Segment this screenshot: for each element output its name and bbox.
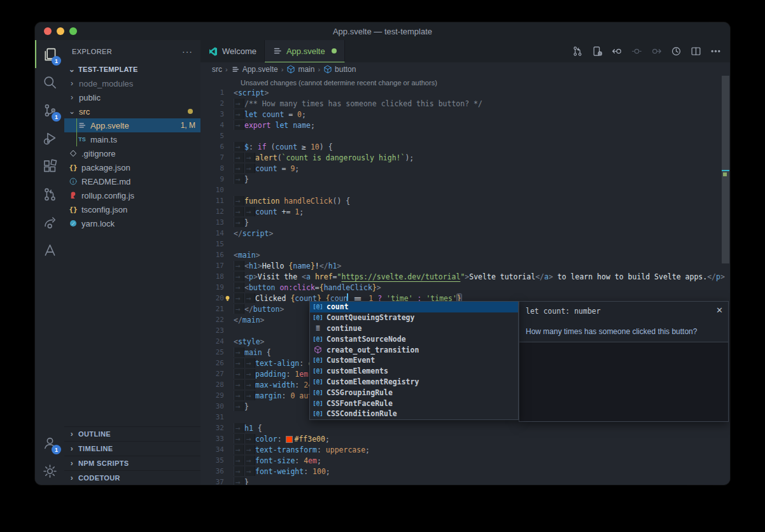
code-line-content[interactable]	[234, 186, 238, 195]
file-tree-item-tsconfig.json[interactable]: {}tsconfig.json	[64, 202, 200, 216]
suggest-item-CountQueuingStrategy[interactable]: [@]CountQueuingStrategy	[310, 312, 518, 323]
sidebar-section-outline[interactable]: ›OUTLINE	[64, 426, 200, 441]
code-line-content[interactable]: →<p>Visit the <a href="https://svelte.de…	[234, 272, 725, 281]
close-window-button[interactable]	[44, 27, 52, 35]
code-line-content[interactable]: →→color: #ff3e00;	[234, 434, 330, 444]
code-line-content[interactable]	[234, 240, 238, 249]
split-editor-button[interactable]	[689, 45, 703, 59]
code-line-content[interactable]: →export let name;	[234, 120, 315, 130]
scrollbar-slider[interactable]	[722, 76, 729, 263]
more-actions-button[interactable]	[708, 45, 722, 59]
file-tree-item-yarn.lock[interactable]: yarn.lock	[64, 216, 200, 230]
source-control-graph-button[interactable]	[570, 45, 584, 59]
explorer-more-actions[interactable]: ···	[182, 46, 193, 57]
breadcrumb-item-App.svelte[interactable]: App.svelte	[231, 65, 278, 74]
breadcrumb-item-button[interactable]: button	[323, 65, 356, 74]
code-line-content[interactable]: →let count = 0;	[234, 109, 306, 119]
activity-item-accounts[interactable]: 1	[35, 429, 64, 457]
suggest-item-count[interactable]: [@]count	[310, 302, 518, 312]
file-tree-item-main.ts[interactable]: TSmain.ts	[64, 132, 200, 146]
next-change-button[interactable]	[649, 45, 663, 59]
code-line-content[interactable]: </script>	[234, 229, 273, 238]
code-line-content[interactable]: <script>	[234, 88, 269, 97]
suggest-item-CustomElementRegistry[interactable]: [@]CustomElementRegistry	[310, 377, 518, 388]
code-line-content[interactable]: →</button>	[234, 304, 284, 314]
code-line-content[interactable]: <style>	[234, 337, 265, 346]
suggest-item-create_out_transition[interactable]: create_out_transition	[310, 344, 518, 355]
suggest-item-customElements[interactable]: [@]customElements	[310, 366, 518, 377]
code-line-content[interactable]: →h1 {	[234, 423, 262, 433]
activity-item-live-share[interactable]	[35, 208, 64, 236]
activity-item-manage[interactable]	[35, 457, 64, 485]
file-history-button[interactable]	[669, 45, 683, 59]
sidebar-section-npm-scripts[interactable]: ›NPM SCRIPTS	[64, 456, 200, 470]
file-tree-item-node_modules[interactable]: ›node_modules	[64, 76, 200, 90]
activity-item-explorer[interactable]: 1	[35, 40, 64, 68]
activity-item-azure[interactable]	[35, 236, 64, 264]
suggest-item-CustomEvent[interactable]: [@]CustomEvent	[310, 355, 518, 366]
code-line-content[interactable]: <main>	[234, 251, 260, 260]
activity-bar: 111	[35, 40, 64, 485]
close-icon[interactable]: ✕	[716, 305, 723, 315]
code-line-content[interactable]: →<button on:click={handleClick}>	[234, 283, 381, 292]
activity-item-github-pull-requests[interactable]	[35, 180, 64, 208]
suggest-item-CSSConditionRule[interactable]: [@]CSSConditionRule	[310, 409, 518, 419]
breadcrumb-item-src[interactable]: src	[212, 65, 222, 74]
breadcrumb-item-main[interactable]: main	[286, 65, 314, 74]
suggest-item-CSSGroupingRule[interactable]: [@]CSSGroupingRule	[310, 387, 518, 398]
code-line-content[interactable]: →function handleClick() {	[234, 196, 350, 206]
code-line-content[interactable]: →}	[234, 218, 249, 227]
file-icon-git	[68, 149, 78, 158]
file-tree-item-App.svelte[interactable]: App.svelte1, M	[64, 118, 200, 132]
code-line-content[interactable]	[234, 413, 238, 422]
code-line-content[interactable]: →→margin: 0 auto;	[234, 391, 321, 400]
code-line-content[interactable]: →}	[234, 174, 249, 184]
code-line-content[interactable]: →→font-weight: 100;	[234, 466, 330, 476]
code-line-content[interactable]: →}	[234, 402, 249, 411]
code-line-content[interactable]: →→count += 1;	[234, 207, 304, 216]
code-line-content[interactable]: →→count = 9;	[234, 164, 299, 173]
code-line-content[interactable]: →→alert(`count is dangerously high!`);	[234, 153, 414, 162]
code-line-content[interactable]: →main {	[234, 347, 271, 357]
code-line-content[interactable]: </main>	[234, 316, 265, 325]
sidebar-section-timeline[interactable]: ›TIMELINE	[64, 441, 200, 456]
activity-item-source-control[interactable]: 1	[35, 96, 64, 124]
open-changes-button[interactable]	[590, 45, 604, 59]
file-tree-item-README.md[interactable]: README.md	[64, 174, 200, 188]
code-line-content[interactable]	[234, 132, 238, 141]
code-line-content[interactable]: →/** How many times has someone clicked …	[234, 99, 482, 108]
file-tree-item-package.json[interactable]: {}package.json	[64, 160, 200, 174]
tab-welcome[interactable]: Welcome	[200, 40, 265, 62]
sidebar-section-codetour[interactable]: ›CODETOUR	[64, 470, 200, 485]
compare-change-button[interactable]	[629, 45, 643, 59]
code-line-content[interactable]: →<h1>Hello {name}!</h1>	[234, 261, 341, 270]
symbol-variable-icon: [@]	[312, 304, 323, 310]
previous-change-button[interactable]	[610, 45, 624, 59]
code-line-content[interactable]: →$: if (count ≥ 10) {	[234, 142, 333, 151]
code-line-content[interactable]: →→font-size: 4em;	[234, 456, 321, 465]
code-line: 7→→alert(`count is dangerously high!`);	[200, 152, 730, 163]
activity-item-search[interactable]	[35, 68, 64, 96]
suggest-item-ConstantSourceNode[interactable]: [@]ConstantSourceNode	[310, 333, 518, 344]
code-line-content[interactable]: →→text-transform: uppercase;	[234, 445, 370, 454]
file-tree-item-rollup.config.js[interactable]: rollup.config.js	[64, 188, 200, 202]
tab-app-svelte[interactable]: App.svelte	[265, 40, 345, 62]
code-line-content[interactable]	[234, 326, 238, 335]
activity-item-extensions[interactable]	[35, 152, 64, 180]
line-number: 10	[200, 186, 234, 194]
file-tree-item-.gitignore[interactable]: .gitignore	[64, 146, 200, 160]
code-token: {	[262, 348, 271, 357]
file-tree-item-public[interactable]: ›public	[64, 90, 200, 104]
code-line-content[interactable]: →→padding: 1em;	[234, 369, 312, 379]
minimize-window-button[interactable]	[57, 27, 64, 35]
code-token: <	[234, 88, 238, 97]
zoom-window-button[interactable]	[69, 27, 77, 35]
file-tree-item-src[interactable]: ⌄src	[64, 104, 200, 118]
code-line-content[interactable]: →}	[234, 477, 249, 485]
code-editor[interactable]: Unsaved changes (cannot determine recent…	[200, 76, 730, 485]
project-root-row[interactable]: ⌄ TEST-TEMPLATE	[64, 62, 200, 76]
activity-item-run-and-debug[interactable]	[35, 124, 64, 152]
lightbulb-icon[interactable]	[223, 294, 232, 302]
suggest-item-CSSFontFaceRule[interactable]: [@]CSSFontFaceRule	[310, 398, 518, 409]
suggest-item-continue[interactable]: ≣continue	[310, 323, 518, 334]
